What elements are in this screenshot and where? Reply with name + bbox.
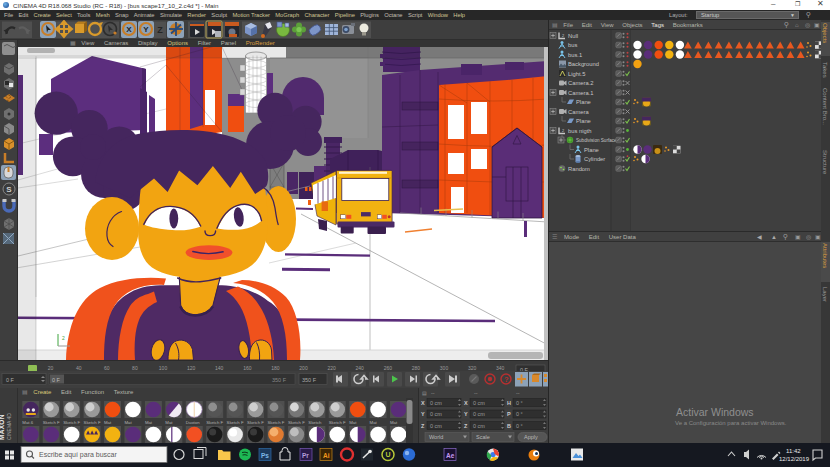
svg-text:Null: Null [568, 33, 578, 39]
svg-text:0 cm: 0 cm [473, 411, 485, 417]
svg-text:350 F: 350 F [272, 377, 287, 383]
svg-text:P: P [507, 411, 511, 417]
svg-text:Background: Background [568, 61, 599, 67]
svg-text:Z: Z [421, 423, 425, 429]
svg-text:--: -- [431, 390, 435, 396]
svg-text:Mat: Mat [370, 420, 378, 425]
svg-text:?: ? [504, 375, 509, 384]
svg-text:Cylinder: Cylinder [584, 156, 605, 162]
svg-text:Camera: Camera [568, 109, 589, 115]
svg-text:Apply: Apply [524, 434, 538, 440]
svg-text:--: -- [516, 390, 520, 396]
svg-text:Sketch F: Sketch F [267, 420, 284, 425]
svg-text:0 cm: 0 cm [430, 400, 442, 406]
svg-text:Ps: Ps [261, 452, 269, 459]
svg-text:S: S [6, 185, 12, 194]
svg-text:Camera.1: Camera.1 [568, 90, 593, 96]
svg-text:0 °: 0 ° [516, 400, 523, 406]
svg-text:12/12/2019: 12/12/2019 [779, 456, 810, 462]
svg-text:11:42: 11:42 [786, 448, 801, 454]
svg-text:bus: bus [568, 42, 577, 48]
svg-text:0 °: 0 ° [516, 411, 523, 417]
svg-text:Sketch F: Sketch F [227, 420, 244, 425]
svg-text:Mat: Mat [124, 420, 132, 425]
svg-text:0 °: 0 ° [516, 423, 523, 429]
svg-text:Random: Random [568, 166, 590, 172]
svg-text:X: X [464, 400, 468, 406]
svg-text:350 F: 350 F [302, 377, 317, 383]
svg-text:Camera.2: Camera.2 [568, 80, 593, 86]
svg-text:Plane: Plane [576, 99, 591, 105]
svg-text:Y: Y [143, 25, 149, 34]
svg-text:Escribe aquí para buscar: Escribe aquí para buscar [39, 451, 117, 459]
svg-text:Y: Y [421, 411, 425, 417]
svg-text:▤: ▤ [422, 390, 427, 396]
svg-text:Mat: Mat [145, 420, 153, 425]
svg-text:0 F: 0 F [6, 377, 15, 383]
svg-text:2: 2 [562, 128, 565, 133]
svg-text:Mat: Mat [104, 420, 112, 425]
svg-text:Sketch F: Sketch F [288, 420, 305, 425]
svg-text:X: X [421, 400, 425, 406]
svg-text:H: H [507, 400, 511, 406]
svg-text:Scale: Scale [476, 434, 490, 440]
svg-text:0 F: 0 F [52, 377, 61, 383]
svg-text:Plane: Plane [584, 147, 599, 153]
svg-text:Ae: Ae [446, 452, 455, 459]
svg-text:Pr: Pr [302, 452, 309, 459]
svg-text:Ai: Ai [323, 452, 330, 459]
svg-text:Sketch F: Sketch F [63, 420, 80, 425]
svg-text:0 cm: 0 cm [430, 411, 442, 417]
svg-text:Y: Y [464, 411, 468, 417]
svg-text:Sketch F: Sketch F [329, 420, 346, 425]
svg-text:Sketch F: Sketch F [247, 420, 264, 425]
svg-text:B: B [507, 423, 511, 429]
svg-text:Sketch F: Sketch F [84, 420, 101, 425]
svg-text:--: -- [474, 390, 478, 396]
svg-text:X: X [126, 25, 132, 34]
svg-text:Subdivision Surface: Subdivision Surface [576, 138, 617, 143]
svg-text:0 cm: 0 cm [473, 400, 485, 406]
svg-text:Z: Z [157, 25, 163, 35]
svg-text:Mat: Mat [390, 420, 398, 425]
svg-text:Sketch F: Sketch F [206, 420, 223, 425]
svg-text:Z: Z [464, 423, 468, 429]
svg-text:Light.5: Light.5 [568, 71, 585, 77]
svg-text:Mat: Mat [165, 420, 173, 425]
svg-text:Mat: Mat [349, 420, 357, 425]
svg-text:2: 2 [62, 335, 65, 341]
svg-text:Mat.6: Mat.6 [22, 420, 33, 425]
svg-text:0 cm: 0 cm [473, 423, 485, 429]
svg-text:Plane: Plane [576, 118, 591, 124]
svg-text:World: World [429, 434, 443, 440]
svg-text:bus nigth: bus nigth [568, 128, 592, 134]
svg-text:Sketch: Sketch [308, 420, 322, 425]
svg-text:0 cm: 0 cm [430, 423, 442, 429]
svg-text:U: U [386, 451, 391, 458]
svg-text:Sketch F: Sketch F [43, 420, 60, 425]
svg-text:bus.1: bus.1 [568, 52, 582, 58]
svg-text:2: 2 [562, 33, 565, 38]
svg-text:Duoton: Duoton [186, 420, 200, 425]
